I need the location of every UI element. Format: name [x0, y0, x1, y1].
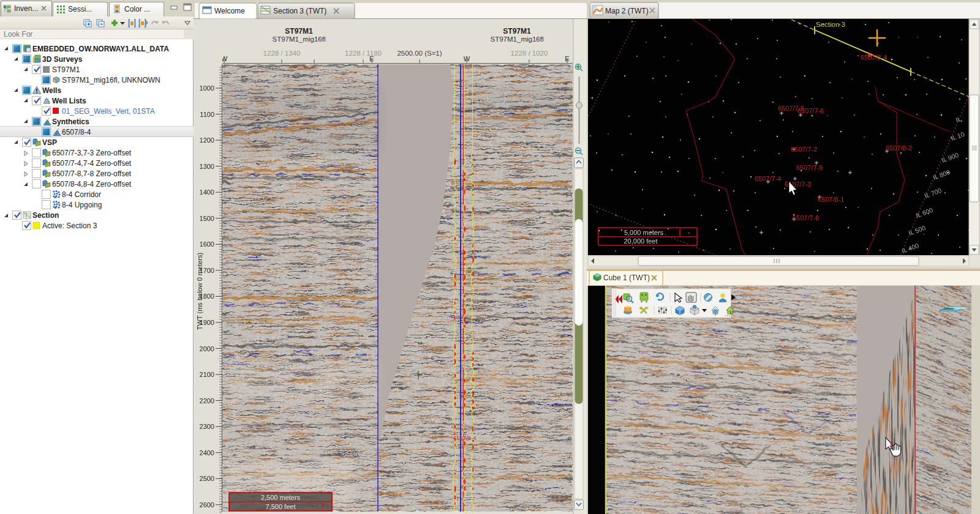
svg-text:Welcome: Welcome [214, 7, 245, 15]
svg-text:5,000 meters: 5,000 meters [624, 229, 664, 236]
svg-text:7,500 feet: 7,500 feet [266, 503, 296, 510]
svg-text:Section 3 (TWT): Section 3 (TWT) [273, 7, 326, 15]
svg-text:6507/7-4: 6507/7-4 [755, 175, 781, 182]
svg-text:6507/8-4: 6507/8-4 [453, 434, 477, 441]
svg-text:20,000 feet: 20,000 feet [624, 237, 657, 245]
svg-text:6507/8-2: 6507/8-2 [886, 144, 912, 152]
svg-text:2,500 meters: 2,500 meters [261, 494, 301, 501]
svg-text:1228 / 1020: 1228 / 1020 [511, 50, 548, 57]
svg-text:1300: 1300 [200, 163, 214, 170]
svg-text:TWT (ms below 0 meters): TWT (ms below 0 meters) [196, 253, 203, 330]
svg-text:ST97M1_mig16fl: ST97M1_mig16fl [491, 35, 544, 43]
svg-text:ST97M1_mig16fl: ST97M1_mig16fl [273, 35, 326, 43]
svg-text:2000: 2000 [200, 345, 214, 352]
svg-text:1100: 1100 [200, 111, 214, 118]
svg-text:1228 / 1340: 1228 / 1340 [263, 50, 301, 57]
svg-text:1228 / 1180: 1228 / 1180 [345, 50, 382, 57]
svg-text:6507/8-4: 6507/8-4 [861, 54, 887, 61]
svg-text:1000: 1000 [200, 84, 214, 92]
svg-text:6507/7-2: 6507/7-2 [791, 146, 817, 153]
svg-text:1500: 1500 [200, 215, 214, 222]
svg-text:ST97M1: ST97M1 [285, 27, 313, 35]
svg-text:6507/7-6: 6507/7-6 [797, 107, 824, 114]
svg-text:ST97M1: ST97M1 [503, 27, 531, 35]
svg-text:Cube 1 (TWT): Cube 1 (TWT) [603, 274, 650, 282]
svg-text:2400: 2400 [200, 449, 214, 456]
svg-text:2100: 2100 [200, 371, 214, 378]
svg-text:2300: 2300 [200, 423, 214, 430]
svg-text:Map 2 (TWT): Map 2 (TWT) [605, 7, 649, 15]
svg-text:Section 3: Section 3 [816, 21, 845, 28]
svg-text:2500.00 (S=1): 2500.00 (S=1) [397, 50, 442, 57]
svg-text:6507/7-9: 6507/7-9 [796, 164, 823, 171]
svg-text:1400: 1400 [200, 188, 214, 196]
svg-text:1600: 1600 [200, 240, 214, 248]
svg-text:1200: 1200 [200, 136, 214, 144]
svg-text:2600: 2600 [200, 501, 214, 508]
svg-text:6507/7-8: 6507/7-8 [793, 214, 819, 222]
svg-text:6507/8-1: 6507/8-1 [818, 196, 844, 203]
svg-text:2200: 2200 [200, 397, 214, 404]
svg-text:2500: 2500 [200, 475, 214, 482]
